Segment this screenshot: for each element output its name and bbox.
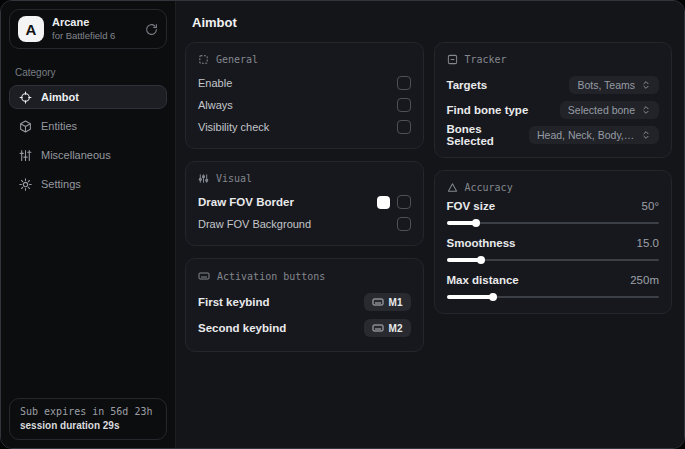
vertical-sliders-icon [198,173,209,184]
bones-selected-dropdown[interactable]: Head, Neck, Body, Pe... [529,126,659,144]
setting-label: Bones Selected [447,123,530,147]
app-logo: A [18,16,44,42]
general-card: General Enable Always Visibility check [185,42,424,149]
keyboard-icon [372,296,384,308]
slider-fill [447,295,494,299]
setting-row-first-keybind: First keybind M1 [198,289,411,315]
find-bone-type-dropdown[interactable]: Selected bone [560,101,659,119]
cube-icon [19,120,32,133]
slider-fill [447,221,477,225]
setting-label: Visibility check [198,121,269,133]
brand-card: A Arcane for Battlefield 6 [9,9,167,49]
keybind-value: M2 [389,323,403,334]
activation-buttons-card: Activation buttons First keybind M1 Seco… [185,258,424,352]
card-title: Activation buttons [217,271,325,282]
fov-border-color-swatch[interactable] [377,196,390,209]
second-keybind-button[interactable]: M2 [364,319,411,337]
setting-label: Second keybind [198,322,286,334]
card-title: Tracker [465,54,507,65]
setting-label: Draw FOV Border [198,196,294,208]
sidebar-item-label: Settings [41,178,81,190]
app-subtitle: for Battlefield 6 [52,30,137,42]
setting-label: Find bone type [447,104,529,116]
always-checkbox[interactable] [397,98,411,112]
slider-fill [447,258,481,262]
sub-expiry-text: Sub expires in 56d 23h [20,406,156,417]
setting-row-draw-fov-background: Draw FOV Background [198,213,411,235]
slider-value: 15.0 [637,237,659,249]
targets-dropdown[interactable]: Bots, Teams [569,76,659,94]
setting-row-max-distance: Max distance 250m [447,274,660,301]
gear-icon [19,178,32,191]
sidebar-item-entities[interactable]: Entities [9,114,167,138]
enable-checkbox[interactable] [397,76,411,90]
sidebar-item-label: Entities [41,120,77,132]
max-distance-slider[interactable] [447,293,660,301]
chevrons-up-down-icon [641,80,651,90]
setting-label: Enable [198,77,232,89]
setting-row-second-keybind: Second keybind M2 [198,315,411,341]
sliders-icon [19,149,32,162]
setting-label: Smoothness [447,237,516,249]
app-name: Arcane [52,16,137,30]
sidebar: A Arcane for Battlefield 6 Category Aimb… [1,1,176,448]
draw-fov-background-checkbox[interactable] [397,217,411,231]
keybind-value: M1 [389,297,403,308]
setting-row-find-bone-type: Find bone type Selected bone [447,97,660,122]
tracker-card: Tracker Targets Bots, Teams Find bone ty… [434,42,673,158]
subscription-info: Sub expires in 56d 23h session duration … [9,398,167,440]
chevrons-up-down-icon [641,130,651,140]
setting-row-visibility-check: Visibility check [198,116,411,138]
setting-label: Draw FOV Background [198,218,311,230]
category-label: Category [15,67,161,78]
dropdown-value: Selected bone [568,104,635,116]
sidebar-item-aimbot[interactable]: Aimbot [9,85,167,109]
dashed-grid-icon [198,54,209,65]
sidebar-nav: Aimbot Entities Miscellaneous [1,85,175,196]
dropdown-value: Head, Neck, Body, Pe... [537,129,635,141]
setting-row-bones-selected: Bones Selected Head, Neck, Body, Pe... [447,122,660,147]
triangle-icon [447,182,458,193]
setting-row-smoothness: Smoothness 15.0 [447,237,660,264]
setting-label: First keybind [198,296,270,308]
first-keybind-button[interactable]: M1 [364,293,411,311]
refresh-icon[interactable] [145,23,158,36]
slider-value: 50° [642,200,659,212]
setting-row-targets: Targets Bots, Teams [447,72,660,97]
page-title: Aimbot [192,15,672,30]
card-title: General [216,54,258,65]
keyboard-icon [372,322,384,334]
setting-row-enable: Enable [198,72,411,94]
setting-label: Always [198,99,233,111]
setting-label: FOV size [447,200,496,212]
slider-value: 250m [630,274,659,286]
card-title: Accuracy [465,182,513,193]
sidebar-item-settings[interactable]: Settings [9,172,167,196]
smoothness-slider[interactable] [447,256,660,264]
main-panel: Aimbot General Enable [176,1,684,448]
accuracy-card: Accuracy FOV size 50° [434,170,673,314]
sidebar-item-miscellaneous[interactable]: Miscellaneous [9,143,167,167]
card-title: Visual [216,173,252,184]
draw-fov-border-checkbox[interactable] [397,195,411,209]
keyboard-icon [198,270,210,282]
minus-square-icon [447,54,458,65]
fov-size-slider[interactable] [447,219,660,227]
crosshair-icon [19,91,32,104]
setting-row-always: Always [198,94,411,116]
chevrons-up-down-icon [641,105,651,115]
dropdown-value: Bots, Teams [577,79,635,91]
setting-label: Max distance [447,274,519,286]
setting-row-fov-size: FOV size 50° [447,200,660,227]
visibility-check-checkbox[interactable] [397,120,411,134]
sidebar-item-label: Aimbot [41,91,79,103]
session-duration-text: session duration 29s [20,420,156,431]
visual-card: Visual Draw FOV Border Draw FOV Backgrou… [185,161,424,246]
setting-label: Targets [447,79,488,91]
app-window: A Arcane for Battlefield 6 Category Aimb… [0,0,685,449]
sidebar-item-label: Miscellaneous [41,149,111,161]
setting-row-draw-fov-border: Draw FOV Border [198,191,411,213]
